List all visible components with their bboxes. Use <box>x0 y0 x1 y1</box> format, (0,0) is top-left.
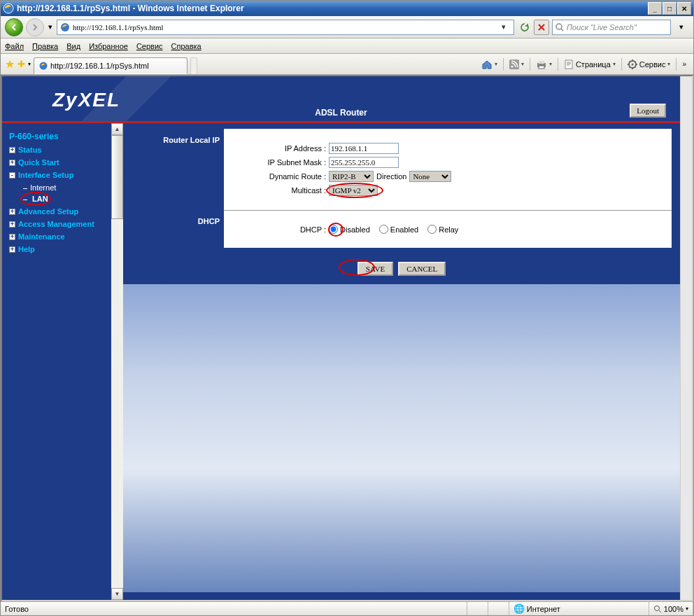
router-page: ZyXEL ADSL Router Logout P-660-series +S… <box>2 76 680 600</box>
ip-address-input[interactable] <box>329 143 399 154</box>
subnet-label: IP Subnet Mask : <box>231 158 329 167</box>
titlebar: http://192.168.1.1/rpSys.html - Windows … <box>1 1 693 16</box>
menu-edit[interactable]: Правка <box>32 42 58 50</box>
close-button[interactable]: ✕ <box>677 2 691 15</box>
status-ready: Готово <box>1 602 467 615</box>
svg-point-4 <box>40 62 48 69</box>
nav-history-dropdown[interactable]: ▾ <box>47 20 54 34</box>
menu-bar: Файл Правка Вид Избранное Сервис Справка <box>1 38 693 54</box>
svg-point-3 <box>556 24 562 29</box>
nav-toolbar: ▾ ▾ Поиск "Live Search" ▾ <box>1 16 693 38</box>
sidebar-item-help[interactable]: +Help <box>9 245 123 253</box>
command-bar: ▾ ▾ ▾ Страница▾ Сервис▾ » <box>479 57 689 72</box>
search-box[interactable]: Поиск "Live Search" <box>552 20 671 35</box>
expand-icon: + <box>9 209 15 215</box>
subnet-input[interactable] <box>329 157 399 168</box>
search-placeholder: Поиск "Live Search" <box>567 23 637 31</box>
settings-panel: Router Local IP IP Address : IP Subnet M… <box>123 129 672 248</box>
background-gradient <box>123 284 680 592</box>
window-buttons: _ □ ✕ <box>648 2 691 15</box>
maximize-button[interactable]: □ <box>663 2 677 15</box>
svg-point-2 <box>61 23 69 31</box>
dhcp-enabled-radio[interactable] <box>379 225 388 234</box>
menu-help[interactable]: Справка <box>171 42 201 50</box>
favorites-dropdown-icon[interactable]: ▾ <box>28 61 31 67</box>
multicast-select[interactable]: IGMP v2 <box>329 185 378 196</box>
dhcp-relay-radio[interactable] <box>427 225 437 234</box>
address-bar[interactable]: ▾ <box>57 20 514 35</box>
address-dropdown-icon[interactable]: ▾ <box>502 22 511 31</box>
sidebar-item-interface[interactable]: -Interface Setup <box>9 171 123 179</box>
back-button[interactable] <box>5 18 23 36</box>
status-blank2 <box>488 602 509 615</box>
stop-button[interactable] <box>534 20 549 35</box>
add-favorite-icon[interactable]: ✚ <box>17 59 25 69</box>
expand-icon: + <box>9 221 15 227</box>
tools-menu[interactable]: Сервис▾ <box>625 57 674 72</box>
status-zoom[interactable]: 100% ▾ <box>649 602 693 615</box>
menu-view[interactable]: Вид <box>66 42 80 50</box>
refresh-button[interactable] <box>517 20 532 35</box>
menu-file[interactable]: Файл <box>5 42 24 50</box>
search-dropdown[interactable]: ▾ <box>674 20 689 35</box>
page-icon <box>59 22 71 33</box>
expand-icon: + <box>9 234 15 240</box>
scroll-down-button[interactable]: ▼ <box>111 588 123 600</box>
sidebar-item-advanced[interactable]: +Advanced Setup <box>9 207 123 216</box>
tab-title: http://192.168.1.1/rpSys.html <box>50 62 149 70</box>
sidebar-item-status[interactable]: +Status <box>9 146 123 154</box>
section-label-dhcp: DHCP <box>123 210 224 248</box>
ip-address-label: IP Address : <box>231 144 329 153</box>
svg-point-6 <box>511 65 513 67</box>
page-scrollbar[interactable] <box>680 76 692 600</box>
menu-favorites[interactable]: Избранное <box>89 42 128 50</box>
browser-window: http://192.168.1.1/rpSys.html - Windows … <box>0 0 694 616</box>
scroll-thumb[interactable] <box>111 135 123 219</box>
url-input[interactable] <box>73 23 500 31</box>
dhcp-disabled-label: Disabled <box>340 225 373 234</box>
home-button[interactable]: ▾ <box>479 57 500 72</box>
sidebar-item-maintenance[interactable]: +Maintenance <box>9 232 123 241</box>
expand-icon: + <box>9 160 15 166</box>
page-menu[interactable]: Страница▾ <box>561 57 618 72</box>
sidebar-item-access[interactable]: +Access Management <box>9 220 123 228</box>
collapse-icon: - <box>9 172 15 178</box>
sidebar-sub-lan[interactable]: LAN <box>23 195 123 203</box>
globe-icon: 🌐 <box>514 603 525 614</box>
sidebar-scrollbar[interactable]: ▲ ▼ <box>111 123 123 600</box>
print-button[interactable]: ▾ <box>533 57 555 72</box>
favorites-center-icon[interactable]: ★ <box>5 57 15 71</box>
zoom-icon <box>653 605 662 613</box>
logout-button[interactable]: Logout <box>630 104 666 118</box>
tab-page-icon <box>38 61 48 71</box>
direction-select[interactable]: None <box>409 171 451 182</box>
ie-icon <box>3 3 14 14</box>
minimize-button[interactable]: _ <box>648 2 662 15</box>
dynroute-select[interactable]: RIP2-B <box>329 171 374 182</box>
cancel-button[interactable]: CANCEL <box>398 262 446 276</box>
expand-icon: + <box>9 147 15 153</box>
router-header: ZyXEL ADSL Router Logout <box>2 76 680 121</box>
multicast-label: Multicast : <box>231 186 329 195</box>
sidebar-sub-internet[interactable]: Internet <box>23 183 123 192</box>
direction-label: Direction <box>376 172 406 181</box>
status-bar: Готово 🌐Интернет 100% ▾ <box>1 601 693 615</box>
dhcp-disabled-radio[interactable] <box>329 225 338 234</box>
new-tab-button[interactable] <box>190 57 197 74</box>
save-button[interactable]: SAVE <box>357 262 393 276</box>
scroll-up-button[interactable]: ▲ <box>111 123 123 135</box>
dynroute-label: Dynamic Route : <box>231 172 329 181</box>
main-content: Router Local IP IP Address : IP Subnet M… <box>123 123 680 600</box>
toolbar-chevron[interactable]: » <box>679 57 689 72</box>
browser-tab[interactable]: http://192.168.1.1/rpSys.html <box>34 57 187 74</box>
feeds-button[interactable]: ▾ <box>507 57 527 72</box>
dhcp-relay-label: Relay <box>439 225 461 234</box>
sidebar-item-quickstart[interactable]: +Quick Start <box>9 158 123 167</box>
status-blank1 <box>467 602 488 615</box>
menu-tools[interactable]: Сервис <box>136 42 163 50</box>
router-title: ADSL Router <box>2 108 680 118</box>
expand-icon: + <box>9 246 15 253</box>
svg-point-12 <box>631 63 633 65</box>
svg-rect-8 <box>539 61 544 64</box>
forward-button[interactable] <box>26 18 44 36</box>
